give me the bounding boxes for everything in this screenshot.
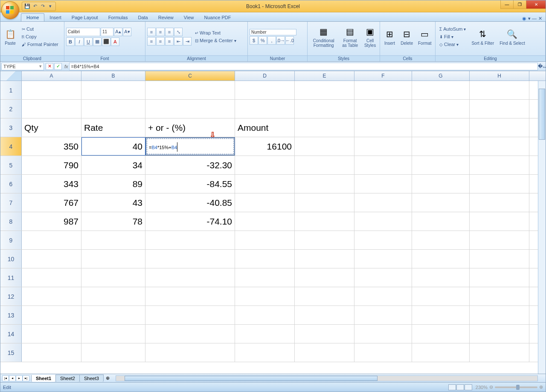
cell-H11[interactable] [470, 268, 529, 287]
cell-D6[interactable] [235, 175, 295, 193]
cell-C6[interactable]: -84.55 [145, 175, 235, 193]
cell-F15[interactable] [354, 343, 412, 362]
decrease-decimal-icon[interactable]: ←.0 [285, 36, 294, 45]
horizontal-scrollbar[interactable] [116, 375, 538, 381]
row-header-4[interactable]: 4 [0, 137, 22, 156]
cell-D11[interactable] [235, 268, 295, 287]
column-header-E[interactable]: E [295, 71, 354, 81]
tab-insert[interactable]: Insert [44, 14, 67, 21]
cell-F3[interactable] [354, 118, 412, 137]
align-bottom-icon[interactable]: ≡ [165, 28, 174, 36]
delete-cells-button[interactable]: ⊟Delete [399, 23, 415, 51]
increase-decimal-icon[interactable]: .0→ [276, 36, 285, 45]
conditional-formatting-button[interactable]: ▦Conditional Formatting [309, 23, 338, 51]
cell-A4[interactable]: 350 [22, 137, 81, 156]
cell-B6[interactable]: 89 [81, 175, 145, 193]
cell-A15[interactable] [22, 343, 81, 362]
cell-B5[interactable]: 34 [81, 156, 145, 174]
cell-F11[interactable] [354, 268, 412, 287]
cell-D9[interactable] [235, 231, 295, 249]
cell-B3[interactable]: Rate [81, 118, 145, 137]
cell-E7[interactable] [295, 193, 354, 212]
cell-C12[interactable] [145, 287, 235, 306]
cell-styles-button[interactable]: ▣Cell Styles [362, 23, 378, 51]
row-header-1[interactable]: 1 [0, 81, 22, 99]
cell-D7[interactable] [235, 193, 295, 212]
cell-G3[interactable] [412, 118, 470, 137]
cell-D4[interactable]: 16100 [235, 137, 295, 156]
paste-button[interactable]: 📋Paste [2, 23, 18, 51]
cell-E5[interactable] [295, 156, 354, 174]
row-header-8[interactable]: 8 [0, 212, 22, 231]
cell-G10[interactable] [412, 250, 470, 268]
align-center-icon[interactable]: ≡ [156, 37, 165, 46]
fill-button[interactable]: ⬇ Fill ▾ [437, 33, 468, 40]
new-sheet-icon[interactable]: ⊕ [103, 375, 112, 381]
cell-D1[interactable] [235, 81, 295, 99]
cell-F4[interactable] [354, 137, 412, 156]
font-color-button[interactable]: A [111, 37, 119, 46]
decrease-font-icon[interactable]: A▾ [123, 28, 131, 36]
bold-button[interactable]: B [66, 37, 75, 46]
tab-view[interactable]: View [179, 14, 199, 21]
cell-B11[interactable] [81, 268, 145, 287]
row-header-2[interactable]: 2 [0, 100, 22, 118]
maximize-button[interactable]: ❐ [513, 0, 526, 9]
undo-icon[interactable]: ↶ [32, 3, 38, 10]
row-header-7[interactable]: 7 [0, 193, 22, 212]
cell-B4[interactable]: 40 [81, 137, 145, 156]
cell-E11[interactable] [295, 268, 354, 287]
cancel-formula-icon[interactable]: ✕ [46, 63, 53, 70]
sheet-nav-first-icon[interactable]: |◂ [2, 375, 9, 381]
cell-C13[interactable] [145, 306, 235, 324]
percent-icon[interactable]: % [258, 36, 267, 45]
help-icon[interactable]: ◉ [522, 16, 526, 21]
column-header-F[interactable]: F [354, 71, 412, 81]
cell-E14[interactable] [295, 325, 354, 343]
cell-D14[interactable] [235, 325, 295, 343]
view-page-layout-icon[interactable] [456, 384, 464, 390]
cell-F2[interactable] [354, 100, 412, 118]
tab-review[interactable]: Review [153, 14, 179, 21]
row-header-3[interactable]: 3 [0, 118, 22, 137]
clear-button[interactable]: ◇ Clear ▾ [437, 41, 468, 48]
cell-E3[interactable] [295, 118, 354, 137]
cell-C15[interactable] [145, 343, 235, 362]
cell-E10[interactable] [295, 250, 354, 268]
cell-H3[interactable] [470, 118, 529, 137]
save-icon[interactable]: 💾 [24, 3, 31, 10]
ribbon-close-icon[interactable]: ✕ [538, 16, 542, 21]
tab-data[interactable]: Data [133, 14, 153, 21]
row-header-12[interactable]: 12 [0, 287, 22, 306]
zoom-slider[interactable] [495, 386, 537, 388]
column-header-G[interactable]: G [412, 71, 470, 81]
indent-inc-icon[interactable]: ⇥ [183, 37, 192, 46]
cell-C1[interactable] [145, 81, 235, 99]
cell-C10[interactable] [145, 250, 235, 268]
cell-E12[interactable] [295, 287, 354, 306]
format-as-table-button[interactable]: ▤Format as Table [339, 23, 361, 51]
cell-G13[interactable] [412, 306, 470, 324]
cell-A6[interactable]: 343 [22, 175, 81, 193]
sort-filter-button[interactable]: ⇅Sort & Filter [469, 23, 496, 51]
cell-D12[interactable] [235, 287, 295, 306]
column-header-C[interactable]: C [145, 71, 235, 81]
row-header-5[interactable]: 5 [0, 156, 22, 174]
cell-D10[interactable] [235, 250, 295, 268]
cell-G11[interactable] [412, 268, 470, 287]
cell-C2[interactable] [145, 100, 235, 118]
cell-H5[interactable] [470, 156, 529, 174]
cell-C9[interactable] [145, 231, 235, 249]
cell-A2[interactable] [22, 100, 81, 118]
cell-A3[interactable]: Qty [22, 118, 81, 137]
cell-F6[interactable] [354, 175, 412, 193]
format-painter-button[interactable]: 🖌 Format Painter [20, 41, 61, 48]
underline-button[interactable]: U [84, 37, 93, 46]
cell-B1[interactable] [81, 81, 145, 99]
row-header-6[interactable]: 6 [0, 175, 22, 193]
cell-B15[interactable] [81, 343, 145, 362]
cell-H13[interactable] [470, 306, 529, 324]
formula-bar[interactable]: =B4*15%+B4 [69, 63, 538, 70]
cell-F13[interactable] [354, 306, 412, 324]
cell-H10[interactable] [470, 250, 529, 268]
